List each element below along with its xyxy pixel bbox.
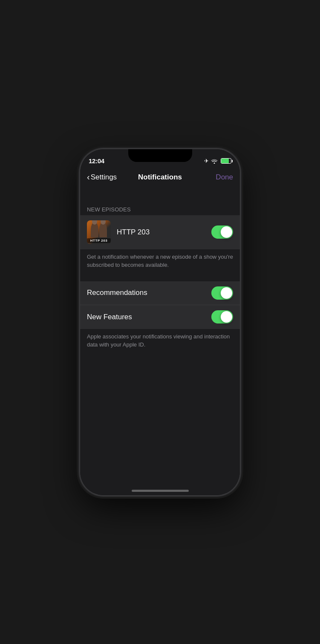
wifi-icon xyxy=(211,159,218,164)
list-item: HTTP 203 HTTP 203 xyxy=(80,215,240,249)
new-episodes-section: NEW EPISODES HTTP 203 HT xyxy=(80,203,240,278)
done-button[interactable]: Done xyxy=(216,173,233,182)
top-spacer xyxy=(80,190,240,203)
page-title: Notifications xyxy=(138,173,182,182)
new-features-toggle[interactable] xyxy=(211,310,233,323)
list-item: Recommendations xyxy=(80,281,240,305)
http203-artwork: HTTP 203 xyxy=(87,220,111,244)
http203-label: HTTP 203 xyxy=(117,228,211,237)
new-episodes-header: NEW EPISODES xyxy=(80,203,240,215)
home-bar xyxy=(132,490,189,492)
artwork-label: HTTP 203 xyxy=(87,238,111,243)
status-time: 12:04 xyxy=(89,157,104,165)
toggle-knob xyxy=(221,287,232,299)
home-indicator xyxy=(80,481,240,495)
podcast-thumbnail: HTTP 203 xyxy=(87,220,111,244)
back-label: Settings xyxy=(91,173,117,182)
battery-icon xyxy=(220,158,231,164)
new-episodes-footer: Get a notification whenever a new episod… xyxy=(80,249,240,278)
person-2 xyxy=(99,222,107,237)
list-item: New Features xyxy=(80,305,240,329)
notch xyxy=(128,149,192,162)
other-footer: Apple associates your notifications view… xyxy=(80,329,240,358)
back-chevron-icon: ‹ xyxy=(87,172,90,182)
content-area: NEW EPISODES HTTP 203 HT xyxy=(80,187,240,481)
other-section: Recommendations New Features Apple assoc… xyxy=(80,281,240,358)
nav-bar: ‹ Settings Notifications Done xyxy=(80,168,240,187)
phone-frame: 12:04 ✈ ‹ Settings Not xyxy=(80,149,240,495)
back-button[interactable]: ‹ Settings xyxy=(87,172,117,182)
http203-toggle[interactable] xyxy=(211,225,233,239)
toggle-knob xyxy=(221,226,232,238)
new-episodes-list: HTTP 203 HTTP 203 xyxy=(80,215,240,249)
new-features-label: New Features xyxy=(87,313,211,321)
airplane-icon: ✈ xyxy=(204,158,209,164)
artwork-people xyxy=(87,222,111,239)
other-list: Recommendations New Features xyxy=(80,281,240,329)
screen: 12:04 ✈ ‹ Settings Not xyxy=(80,149,240,495)
recommendations-label: Recommendations xyxy=(87,289,211,297)
section-separator xyxy=(80,278,240,281)
status-icons: ✈ xyxy=(204,158,231,164)
recommendations-toggle[interactable] xyxy=(211,286,233,300)
toggle-knob xyxy=(221,311,232,323)
person-1 xyxy=(91,222,98,237)
